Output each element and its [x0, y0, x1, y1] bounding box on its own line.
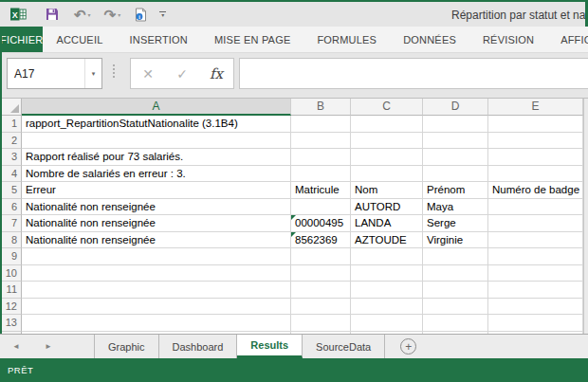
- formula-input[interactable]: [239, 58, 588, 89]
- cell-A4[interactable]: Nombre de salariés en erreur : 3.: [22, 166, 291, 183]
- cell-C10[interactable]: [351, 265, 423, 282]
- new-sheet-button[interactable]: +: [400, 338, 416, 355]
- cell-C7[interactable]: LANDA: [351, 215, 423, 232]
- cell-A3[interactable]: Rapport réalisé pour 73 salariés.: [22, 149, 291, 166]
- row-header-3[interactable]: 3: [0, 149, 22, 166]
- column-header-A[interactable]: A: [22, 99, 291, 116]
- cell-D3[interactable]: [423, 149, 488, 166]
- cell-B11[interactable]: [291, 282, 351, 299]
- cell-E12[interactable]: [488, 299, 583, 316]
- row-header-13[interactable]: 13: [0, 315, 22, 332]
- sheet-tab-sourcedata[interactable]: SourceData: [303, 335, 385, 358]
- column-header-C[interactable]: C: [351, 99, 423, 116]
- row-header-12[interactable]: 12: [0, 299, 22, 316]
- cell-A5[interactable]: Erreur: [22, 182, 291, 199]
- select-all-button[interactable]: [0, 99, 22, 116]
- vertical-scrollbar[interactable]: [583, 99, 588, 334]
- cell-A1[interactable]: rapport_RepartitionStatutNationalite (3.…: [22, 116, 291, 133]
- cell-C9[interactable]: [351, 248, 423, 265]
- cell-A10[interactable]: [22, 265, 291, 282]
- cell-A13[interactable]: [22, 315, 291, 332]
- cell-C1[interactable]: [351, 116, 423, 133]
- ribbon-tab-révision[interactable]: RÉVISION: [469, 27, 547, 52]
- cell-A11[interactable]: [22, 282, 291, 299]
- redo-button[interactable]: ↷ ▾: [100, 4, 126, 25]
- cell-B1[interactable]: [291, 116, 351, 133]
- sheet-nav-right-icon[interactable]: ►: [32, 342, 64, 351]
- cell-D1[interactable]: [423, 116, 488, 133]
- column-header-E[interactable]: E: [488, 99, 583, 116]
- ribbon-tab-données[interactable]: DONNÉES: [390, 27, 469, 52]
- cell-B6[interactable]: [291, 199, 351, 216]
- row-header-1[interactable]: 1: [0, 116, 22, 133]
- cell-D5[interactable]: Prénom: [423, 182, 488, 199]
- cell-E6[interactable]: [488, 199, 583, 216]
- cell-A6[interactable]: Nationalité non renseignée: [22, 199, 291, 216]
- document-properties-button[interactable]: i: [129, 4, 152, 25]
- cell-D9[interactable]: [423, 248, 488, 265]
- cell-B4[interactable]: [291, 166, 351, 183]
- cell-E3[interactable]: [488, 149, 583, 166]
- cell-B8[interactable]: 8562369: [291, 232, 351, 249]
- ribbon-tab-affichage[interactable]: AFFICHAGE: [547, 27, 588, 52]
- cell-C4[interactable]: [351, 166, 423, 183]
- cell-D11[interactable]: [423, 282, 488, 299]
- cell-C12[interactable]: [351, 299, 423, 316]
- redo-dropdown-icon[interactable]: ▾: [118, 11, 120, 18]
- cell-E5[interactable]: Numéro de badge: [488, 182, 583, 199]
- name-box-dropdown-icon[interactable]: ▾: [84, 59, 101, 88]
- cell-D8[interactable]: Virginie: [423, 232, 488, 249]
- cell-C13[interactable]: [351, 315, 423, 332]
- undo-dropdown-icon[interactable]: ▾: [88, 11, 91, 18]
- ribbon-tab-insertion[interactable]: INSERTION: [117, 27, 202, 52]
- row-header-8[interactable]: 8: [0, 232, 22, 249]
- cell-C6[interactable]: AUTORD: [351, 199, 423, 216]
- cancel-button[interactable]: ✕: [131, 59, 165, 88]
- cell-B7[interactable]: 00000495: [291, 215, 351, 232]
- cell-E9[interactable]: [488, 248, 583, 265]
- cell-E10[interactable]: [488, 265, 583, 282]
- cell-D6[interactable]: Maya: [423, 199, 488, 216]
- undo-button[interactable]: ↶ ▾: [69, 4, 96, 25]
- cell-C3[interactable]: [351, 149, 423, 166]
- sheet-nav-left-icon[interactable]: ◄: [0, 342, 32, 351]
- row-header-5[interactable]: 5: [0, 182, 22, 199]
- cell-B5[interactable]: Matricule: [291, 182, 351, 199]
- cell-E2[interactable]: [488, 133, 583, 150]
- cell-C2[interactable]: [351, 133, 423, 150]
- row-header-9[interactable]: 9: [0, 248, 22, 265]
- insert-function-button[interactable]: fx: [199, 59, 233, 88]
- row-header-2[interactable]: 2: [0, 133, 22, 150]
- customize-quick-access-button[interactable]: ▾: [155, 4, 171, 25]
- cell-C5[interactable]: Nom: [351, 182, 423, 199]
- ribbon-tab-formules[interactable]: FORMULES: [303, 27, 390, 52]
- cell-C11[interactable]: [351, 282, 423, 299]
- cell-D7[interactable]: Serge: [423, 215, 488, 232]
- ribbon-tab-mise-en-page[interactable]: MISE EN PAGE: [201, 27, 303, 52]
- cell-E1[interactable]: [488, 116, 583, 133]
- column-header-B[interactable]: B: [291, 99, 351, 116]
- cell-A12[interactable]: [22, 299, 291, 316]
- row-header-6[interactable]: 6: [0, 199, 22, 216]
- ribbon-tab-fichier[interactable]: FICHIER: [0, 27, 43, 52]
- column-header-D[interactable]: D: [423, 99, 488, 116]
- cell-B12[interactable]: [291, 299, 351, 316]
- row-header-4[interactable]: 4: [0, 166, 22, 183]
- ribbon-tab-accueil[interactable]: ACCUEIL: [43, 27, 116, 52]
- formula-bar-resize-handle[interactable]: [113, 64, 115, 78]
- cell-B2[interactable]: [291, 133, 351, 150]
- cell-A9[interactable]: [22, 248, 291, 265]
- cell-D12[interactable]: [423, 299, 488, 316]
- cell-B10[interactable]: [291, 265, 351, 282]
- cell-A7[interactable]: Nationalité non renseignée: [22, 215, 291, 232]
- save-button[interactable]: [41, 4, 64, 25]
- enter-button[interactable]: ✓: [165, 59, 199, 88]
- cell-E7[interactable]: [488, 215, 583, 232]
- sheet-tab-graphic[interactable]: Graphic: [95, 335, 159, 358]
- cell-B13[interactable]: [291, 315, 351, 332]
- cell-A8[interactable]: Nationalité non renseignée: [22, 232, 291, 249]
- row-header-10[interactable]: 10: [0, 265, 22, 282]
- cell-D13[interactable]: [423, 315, 488, 332]
- row-header-7[interactable]: 7: [0, 215, 22, 232]
- cell-D2[interactable]: [423, 133, 488, 150]
